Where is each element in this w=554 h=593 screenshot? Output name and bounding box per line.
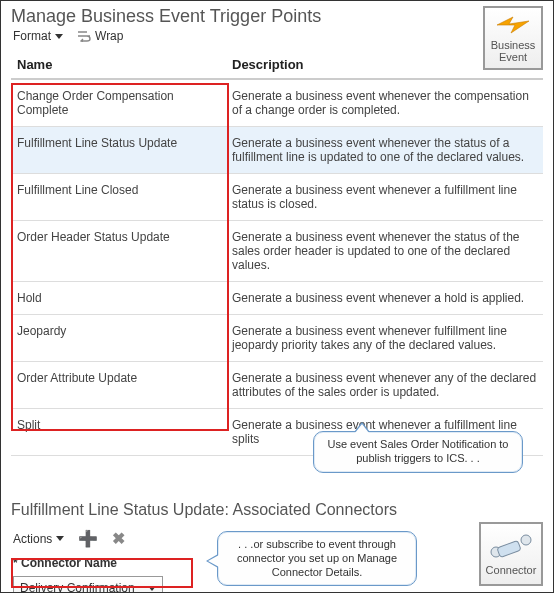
chevron-down-icon bbox=[55, 34, 63, 39]
table-row[interactable]: Order Header Status UpdateGenerate a bus… bbox=[11, 221, 543, 282]
actions-label: Actions bbox=[13, 532, 52, 546]
toolbar: Format Wrap bbox=[13, 29, 543, 43]
lightning-icon bbox=[495, 13, 531, 37]
wrap-label: Wrap bbox=[95, 29, 123, 43]
badge-label: Connector bbox=[486, 564, 537, 576]
table-row[interactable]: Fulfillment Line ClosedGenerate a busine… bbox=[11, 174, 543, 221]
table-row[interactable]: Fulfillment Line Status UpdateGenerate a… bbox=[11, 127, 543, 174]
event-name: Order Header Status Update bbox=[11, 221, 226, 282]
wrap-icon bbox=[77, 30, 91, 42]
event-desc: Generate a business event whenever the s… bbox=[226, 221, 543, 282]
format-label: Format bbox=[13, 29, 51, 43]
table-row[interactable]: JeopardyGenerate a business event whenev… bbox=[11, 315, 543, 362]
actions-menu[interactable]: Actions bbox=[13, 532, 64, 546]
event-desc: Generate a business event whenever the c… bbox=[226, 79, 543, 127]
event-name: Change Order Compensation Complete bbox=[11, 79, 226, 127]
chevron-down-icon bbox=[148, 586, 156, 591]
event-desc: Generate a business event whenever a hol… bbox=[226, 282, 543, 315]
connector-name-select[interactable]: Delivery Confirmation bbox=[13, 576, 163, 593]
connector-icon bbox=[488, 532, 534, 562]
event-name: Hold bbox=[11, 282, 226, 315]
svg-rect-1 bbox=[497, 541, 521, 558]
add-icon[interactable]: ➕ bbox=[78, 529, 98, 548]
col-header-desc[interactable]: Description bbox=[226, 49, 543, 79]
connector-badge: Connector bbox=[479, 522, 543, 586]
table-row[interactable]: Change Order Compensation CompleteGenera… bbox=[11, 79, 543, 127]
event-desc: Generate a business event whenever any o… bbox=[226, 362, 543, 409]
events-table: Name Description Change Order Compensati… bbox=[11, 49, 543, 456]
connector-selected-value: Delivery Confirmation bbox=[20, 581, 135, 593]
callout-connector: . . .or subscribe to event through conne… bbox=[217, 531, 417, 586]
table-row[interactable]: Order Attribute UpdateGenerate a busines… bbox=[11, 362, 543, 409]
event-name: Split bbox=[11, 409, 226, 456]
delete-icon[interactable]: ✖ bbox=[112, 529, 125, 548]
wrap-button[interactable]: Wrap bbox=[77, 29, 123, 43]
section-title: Fulfillment Line Status Update: Associat… bbox=[11, 501, 543, 519]
event-desc: Generate a business event whenever the s… bbox=[226, 127, 543, 174]
chevron-down-icon bbox=[56, 536, 64, 541]
callout-ics: Use event Sales Order Notification to pu… bbox=[313, 431, 523, 473]
event-name: Jeopardy bbox=[11, 315, 226, 362]
event-desc: Generate a business event whenever a ful… bbox=[226, 174, 543, 221]
table-row[interactable]: HoldGenerate a business event whenever a… bbox=[11, 282, 543, 315]
event-name: Fulfillment Line Status Update bbox=[11, 127, 226, 174]
event-name: Fulfillment Line Closed bbox=[11, 174, 226, 221]
page-title: Manage Business Event Trigger Points bbox=[11, 6, 543, 27]
format-menu[interactable]: Format bbox=[13, 29, 63, 43]
callout-text: Use event Sales Order Notification to pu… bbox=[328, 438, 509, 464]
event-name: Order Attribute Update bbox=[11, 362, 226, 409]
callout-text: . . .or subscribe to event through conne… bbox=[237, 538, 397, 578]
event-desc: Generate a business event whenever fulfi… bbox=[226, 315, 543, 362]
col-header-name[interactable]: Name bbox=[11, 49, 226, 79]
svg-point-2 bbox=[521, 535, 531, 545]
